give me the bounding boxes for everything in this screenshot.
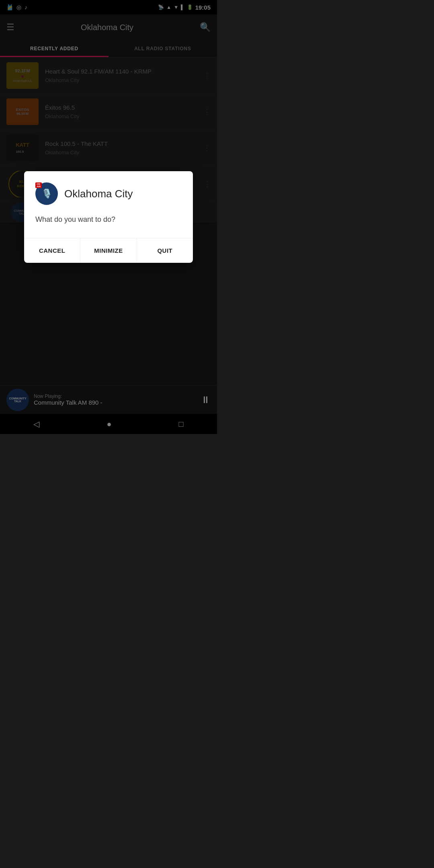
- dialog-message: What do you want to do?: [35, 215, 182, 225]
- dialog-header: 🎙️ ONAIR Oklahoma City: [35, 182, 182, 205]
- microphone-icon: 🎙️: [41, 188, 52, 199]
- dialog-overlay: 🎙️ ONAIR Oklahoma City What do you want …: [0, 0, 217, 434]
- dialog-icon-wrap: 🎙️ ONAIR: [35, 182, 58, 205]
- cancel-button[interactable]: CANCEL: [24, 238, 80, 263]
- on-air-badge: ONAIR: [35, 182, 42, 188]
- dialog-title: Oklahoma City: [64, 188, 133, 200]
- quit-button[interactable]: QUIT: [137, 238, 193, 263]
- dialog: 🎙️ ONAIR Oklahoma City What do you want …: [24, 171, 193, 262]
- dialog-actions: CANCEL MINIMIZE QUIT: [24, 238, 193, 263]
- minimize-button[interactable]: MINIMIZE: [80, 238, 136, 263]
